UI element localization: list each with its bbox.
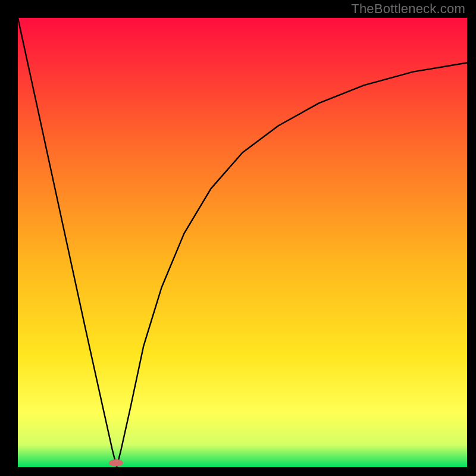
chart-container: TheBottleneck.com [0, 0, 476, 476]
plot-area [18, 18, 467, 467]
optimal-marker [109, 459, 123, 466]
gradient-background [18, 18, 467, 467]
plot-svg [18, 18, 467, 467]
watermark-text: TheBottleneck.com [351, 1, 465, 17]
